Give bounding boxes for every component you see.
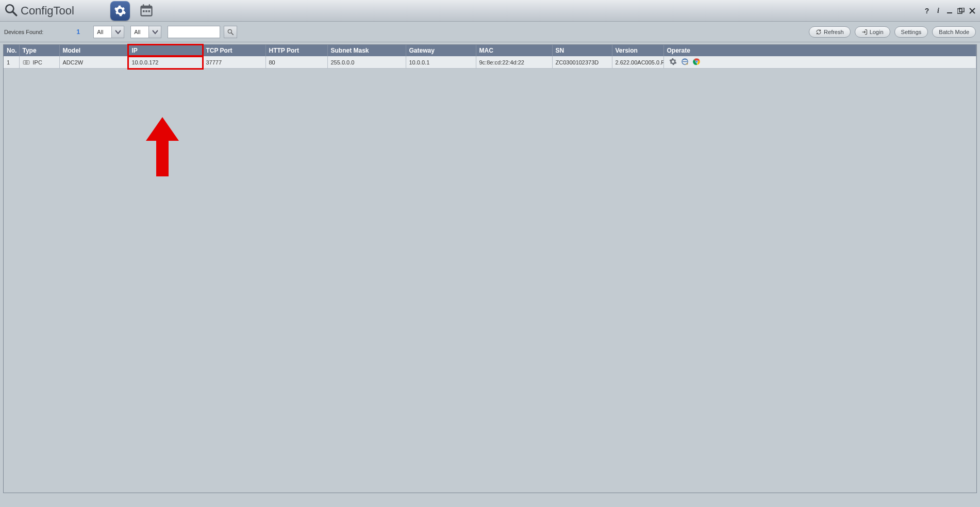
filter2-combo[interactable]: All [130,26,161,38]
calendar-icon [139,3,154,18]
filter2-value: All [131,26,148,38]
refresh-button[interactable]: Refresh [809,26,851,38]
table-row[interactable]: 1 IPC ADC2W 10.0.0.172 37777 80 255.0.0.… [4,56,976,69]
svg-point-21 [695,60,697,62]
svg-marker-22 [146,117,179,176]
close-icon[interactable] [969,7,976,14]
th-http[interactable]: HTTP Port [265,45,327,56]
help-icon[interactable]: ? [923,7,931,14]
svg-line-15 [231,32,234,35]
th-ip[interactable]: IP [128,45,203,56]
login-icon [861,29,868,35]
camera-icon [23,59,30,66]
red-arrow-annotation [142,117,183,179]
svg-rect-6 [143,10,145,12]
svg-rect-5 [149,4,150,7]
cell-http: 80 [265,56,327,69]
th-tcp[interactable]: TCP Port [203,45,265,56]
svg-point-18 [26,62,27,63]
gear-icon [114,5,126,17]
th-mac[interactable]: MAC [476,45,552,56]
settings-button[interactable]: Settings [894,26,928,38]
ie-icon [681,58,689,66]
app-logo: ConfigTool [4,3,74,18]
operate-chrome-button[interactable] [693,58,701,67]
cell-sn: ZC0300102373D [552,56,612,69]
svg-rect-4 [143,4,144,7]
chevron-down-icon[interactable] [148,26,161,38]
calendar-tab-button[interactable] [137,1,156,20]
device-table: No. Type Model IP TCP Port HTTP Port Sub… [4,45,976,69]
search-button[interactable] [224,26,237,38]
table-header: No. Type Model IP TCP Port HTTP Port Sub… [4,45,976,56]
device-table-wrap: No. Type Model IP TCP Port HTTP Port Sub… [3,44,977,493]
chrome-icon [693,58,701,66]
cell-operate [663,56,976,69]
info-icon[interactable]: i [935,7,942,14]
login-label: Login [870,29,884,35]
filter-toolbar: Devices Found: 1 All All Refresh Login S… [0,22,980,42]
cell-version: 2.622.00AC005.0.R [612,56,663,69]
right-buttons-group: Refresh Login Settings Batch Mode [809,26,976,38]
batchmode-button[interactable]: Batch Mode [932,26,976,38]
magnify-icon [4,3,18,18]
svg-rect-8 [148,10,150,12]
th-model[interactable]: Model [59,45,128,56]
cell-tcp: 37777 [203,56,265,69]
svg-rect-9 [947,12,952,13]
svg-rect-3 [141,6,152,8]
gear-icon [669,58,677,66]
cell-gateway: 10.0.0.1 [406,56,476,69]
title-bar-icons [110,1,156,21]
operate-ie-button[interactable] [681,58,689,67]
search-input[interactable] [168,26,220,38]
devices-found-label: Devices Found: [4,29,43,35]
th-operate[interactable]: Operate [663,45,976,56]
cell-no: 1 [4,56,19,69]
cell-model: ADC2W [59,56,128,69]
th-no[interactable]: No. [4,45,19,56]
cell-subnet: 255.0.0.0 [327,56,406,69]
th-version[interactable]: Version [612,45,663,56]
svg-line-1 [12,11,16,15]
maximize-icon[interactable] [957,7,965,14]
operate-config-button[interactable] [669,58,677,67]
refresh-label: Refresh [824,29,844,35]
type-text: IPC [33,59,42,66]
login-button[interactable]: Login [855,26,890,38]
app-name: ConfigTool [21,4,74,18]
minimize-icon[interactable] [946,7,953,14]
settings-label: Settings [901,29,922,35]
batchmode-label: Batch Mode [939,29,969,35]
devices-found-count: 1 [76,28,80,36]
gear-tab-button[interactable] [110,1,130,21]
title-bar: ConfigTool ? i [0,0,980,22]
th-sn[interactable]: SN [552,45,612,56]
svg-rect-7 [145,10,147,12]
cell-mac: 9c:8e:cd:22:4d:22 [476,56,552,69]
filter1-value: All [94,26,111,38]
th-subnet[interactable]: Subnet Mask [327,45,406,56]
cell-type: IPC [19,56,59,69]
filter1-combo[interactable]: All [93,26,124,38]
th-type[interactable]: Type [19,45,59,56]
cell-ip: 10.0.0.172 [128,56,203,69]
search-icon [227,28,234,36]
window-controls: ? i [923,7,976,14]
chevron-down-icon[interactable] [111,26,124,38]
refresh-icon [816,29,822,35]
th-gateway[interactable]: Gateway [406,45,476,56]
